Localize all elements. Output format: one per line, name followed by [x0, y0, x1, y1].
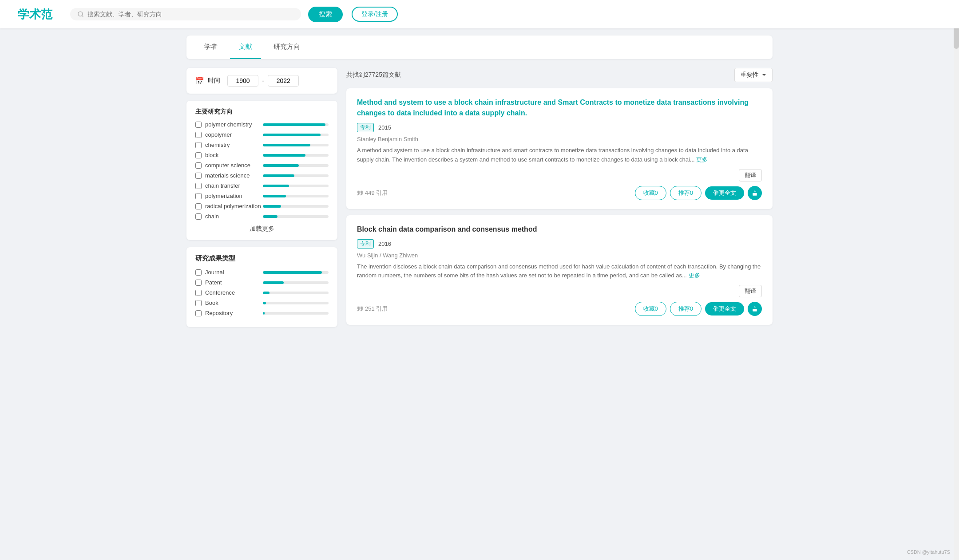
research-bar-container: [263, 215, 329, 218]
cite-count: 251 引用: [357, 305, 388, 313]
fulltext-button[interactable]: 催更全文: [705, 302, 744, 315]
research-bar-container: [263, 185, 329, 187]
research-filter-item: chain transfer: [195, 182, 329, 189]
time-filter-card: 📅 时间 -: [186, 68, 337, 94]
search-button[interactable]: 搜索: [308, 7, 343, 22]
quote-icon: [357, 306, 363, 312]
tabs-container: 学者 文献 研究方向: [186, 35, 773, 59]
paper-footer: 449 引用 收藏0 推荐0 催更全文: [357, 186, 762, 200]
output-checkbox[interactable]: [195, 290, 202, 296]
more-link[interactable]: 更多: [696, 156, 708, 163]
research-item-label: block: [205, 152, 263, 158]
paper-author: Stanley Benjamin Smith: [357, 136, 762, 142]
collect-button[interactable]: 收藏0: [635, 302, 666, 316]
research-checkbox[interactable]: [195, 122, 202, 128]
research-checkbox[interactable]: [195, 162, 202, 169]
research-checkbox[interactable]: [195, 132, 202, 138]
time-from-input[interactable]: [227, 75, 258, 87]
output-checkbox[interactable]: [195, 300, 202, 306]
output-bar-container: [263, 302, 329, 304]
paper-footer: 251 引用 收藏0 推荐0 催更全文: [357, 302, 762, 316]
output-bar-fill: [263, 312, 265, 315]
output-checkbox[interactable]: [195, 310, 202, 316]
research-checkbox[interactable]: [195, 142, 202, 148]
output-checkbox[interactable]: [195, 280, 202, 286]
output-filter-item: Book: [195, 300, 329, 306]
output-item-label: Journal: [205, 269, 263, 276]
more-link[interactable]: 更多: [689, 272, 700, 279]
research-item-label: chain: [205, 213, 263, 220]
research-checkbox[interactable]: [195, 203, 202, 209]
research-bar-fill: [263, 123, 325, 126]
recommend-button[interactable]: 推荐0: [670, 302, 701, 316]
research-checkbox[interactable]: [195, 183, 202, 189]
research-section-title: 主要研究方向: [195, 108, 329, 116]
paper-title[interactable]: Block chain data comparison and consensu…: [357, 224, 762, 235]
research-bar-fill: [263, 215, 277, 218]
research-item-label: copolymer: [205, 131, 263, 138]
login-button[interactable]: 登录/注册: [352, 7, 398, 22]
svg-line-1: [82, 16, 83, 17]
research-bar-fill: [263, 134, 321, 136]
watermark: CSDN @yitahutu7S: [907, 549, 950, 555]
tab-research[interactable]: 研究方向: [265, 35, 309, 59]
collect-button[interactable]: 收藏0: [635, 186, 666, 200]
paper-badge: 专利: [357, 239, 374, 248]
output-filter-item: Repository: [195, 310, 329, 316]
sort-dropdown[interactable]: 重要性: [734, 68, 773, 82]
recommend-button[interactable]: 推荐0: [670, 186, 701, 200]
research-item-label: materials science: [205, 172, 263, 179]
paper-meta: 专利 2016: [357, 239, 762, 248]
paper-title[interactable]: Method and system to use a block chain i…: [357, 97, 762, 118]
load-more-button[interactable]: 加载更多: [195, 225, 329, 233]
quote-icon: [357, 190, 363, 196]
results-area: 共找到27725篇文献 重要性 Method and system to use…: [346, 68, 773, 334]
share-button[interactable]: [748, 302, 762, 316]
output-bar-container: [263, 281, 329, 284]
chevron-down-icon: [761, 72, 767, 78]
sort-label: 重要性: [740, 71, 759, 79]
logo: 学术范: [18, 7, 52, 22]
research-bar-fill: [263, 144, 310, 146]
share-button[interactable]: [748, 186, 762, 200]
research-items-list: polymer chemistry copolymer chemistry bl…: [195, 121, 329, 220]
svg-point-0: [78, 12, 83, 16]
research-bar-fill: [263, 154, 305, 157]
output-section-title: 研究成果类型: [195, 254, 329, 263]
output-filter-item: Journal: [195, 269, 329, 276]
calendar-icon: 📅: [195, 77, 204, 85]
paper-year: 2016: [378, 241, 391, 247]
research-filter-item: computer science: [195, 162, 329, 169]
time-to-input[interactable]: [268, 75, 299, 87]
research-item-label: chain transfer: [205, 182, 263, 189]
research-filter-item: materials science: [195, 172, 329, 179]
research-filter-item: polymerization: [195, 193, 329, 199]
research-bar-fill: [263, 174, 294, 177]
search-input[interactable]: [87, 11, 294, 18]
tab-scholar[interactable]: 学者: [195, 35, 226, 59]
paper-badge: 专利: [357, 123, 374, 132]
output-filter-card: 研究成果类型 Journal Patent Conference Book Re…: [186, 247, 337, 327]
results-count: 共找到27725篇文献: [346, 71, 401, 79]
research-checkbox[interactable]: [195, 193, 202, 199]
tab-literature[interactable]: 文献: [230, 35, 261, 59]
research-checkbox[interactable]: [195, 213, 202, 220]
output-item-label: Book: [205, 300, 263, 306]
output-bar-fill: [263, 302, 266, 304]
research-bar-container: [263, 144, 329, 146]
translate-btn-container: 翻译: [357, 169, 762, 181]
research-filter-item: chain: [195, 213, 329, 220]
output-bar-fill: [263, 292, 269, 294]
scrollbar[interactable]: [954, 0, 959, 560]
research-checkbox[interactable]: [195, 152, 202, 158]
translate-button[interactable]: 翻译: [739, 285, 762, 297]
research-filter-card: 主要研究方向 polymer chemistry copolymer chemi…: [186, 101, 337, 240]
translate-button[interactable]: 翻译: [739, 169, 762, 181]
research-checkbox[interactable]: [195, 173, 202, 179]
research-bar-container: [263, 134, 329, 136]
fulltext-button[interactable]: 催更全文: [705, 186, 744, 200]
paper-author: Wu Sijin / Wang Zhiwen: [357, 252, 762, 259]
output-item-label: Patent: [205, 279, 263, 286]
output-checkbox[interactable]: [195, 269, 202, 276]
sidebar: 📅 时间 - 主要研究方向 polymer chemistry copolyme…: [186, 68, 337, 334]
